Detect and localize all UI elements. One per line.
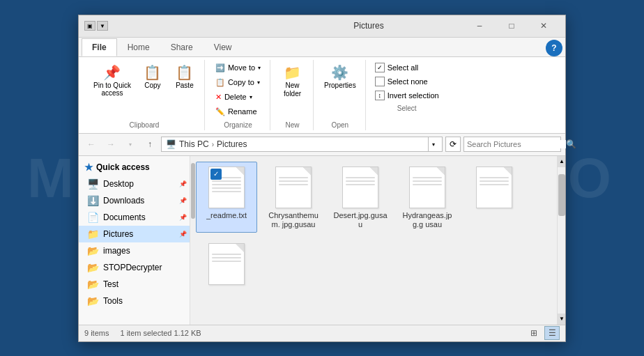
- properties-button[interactable]: ⚙️ Properties: [319, 61, 361, 93]
- file-icon-chrysanthemum: [271, 165, 316, 210]
- refresh-button[interactable]: ⟳: [445, 137, 461, 152]
- tab-share[interactable]: Share: [160, 38, 204, 56]
- tools-icon: 📂: [87, 295, 99, 307]
- delete-button[interactable]: ✕ Delete ▾: [210, 91, 257, 104]
- file-icon-6: [204, 242, 249, 286]
- sidebar-item-tools-label: Tools: [103, 296, 123, 306]
- address-path[interactable]: 🖥️ This PC › Pictures ▾: [161, 137, 443, 152]
- file-item-readme[interactable]: ✓ _readme.txt: [196, 162, 257, 233]
- clipboard-buttons: 📌 Pin to Quickaccess 📋 Copy 📋 Paste: [89, 60, 200, 120]
- path-dropdown-button[interactable]: ▾: [428, 137, 438, 152]
- file-page-hydrangeas: [409, 167, 445, 208]
- downloads-icon: ⬇️: [87, 195, 99, 206]
- delete-label: Delete: [224, 93, 247, 101]
- line: [480, 184, 509, 185]
- back-button[interactable]: ←: [83, 136, 100, 153]
- copy-to-arrow: ▾: [257, 79, 260, 86]
- path-pictures[interactable]: Pictures: [217, 139, 247, 149]
- file-icon-readme: ✓: [204, 165, 249, 210]
- recent-button[interactable]: ▾: [122, 136, 139, 153]
- sidebar-item-stopdecrypter[interactable]: 📂 STOPDecrypter: [79, 259, 190, 276]
- file-item-chrysanthemum[interactable]: Chrysanthemum. jpg.gusau: [263, 162, 324, 233]
- select-none-button[interactable]: Select none: [371, 75, 443, 88]
- line: [413, 180, 442, 182]
- invert-selection-button[interactable]: ↕ Invert selection: [371, 89, 443, 102]
- right-scrollbar[interactable]: ▲ ▼: [557, 156, 565, 325]
- file-page-6: [208, 243, 245, 285]
- documents-icon: 📄: [87, 212, 99, 223]
- sidebar-item-pictures[interactable]: 📁 Pictures 📌: [79, 226, 190, 242]
- select-all-label: Select all: [388, 63, 419, 72]
- search-input[interactable]: [464, 140, 566, 148]
- new-label: New: [286, 120, 300, 130]
- item-count: 9 items: [84, 329, 109, 337]
- properties-label: Properties: [324, 82, 356, 89]
- search-icon[interactable]: 🔍: [566, 137, 576, 152]
- scrollbar-down-button[interactable]: ▼: [558, 314, 565, 325]
- copy-label: Copy: [144, 82, 160, 89]
- breadcrumb-icon: 🖥️: [166, 139, 176, 149]
- pictures-pin-icon: 📌: [179, 231, 187, 238]
- sidebar-item-desktop-label: Desktop: [103, 179, 134, 189]
- select-group: ✓ Select all Select none ↕ Invert select…: [367, 60, 447, 130]
- up-button[interactable]: ↑: [141, 136, 158, 153]
- help-button[interactable]: ?: [546, 40, 562, 56]
- file-scroll-area: ✓ _readme.txt: [190, 156, 557, 325]
- file-item-desert[interactable]: Desert.jpg.gusau: [330, 162, 391, 233]
- file-area: ✓ _readme.txt: [190, 156, 557, 325]
- sidebar-quick-access-header[interactable]: ★ Quick access: [79, 159, 190, 176]
- copy-button[interactable]: 📋 Copy: [137, 61, 168, 93]
- scrollbar-thumb: [558, 174, 565, 216]
- title-expand-btn[interactable]: ▣: [84, 21, 95, 31]
- file-item-5[interactable]: [463, 162, 525, 233]
- new-folder-button[interactable]: 📁 Newfolder: [277, 61, 308, 102]
- rename-button[interactable]: ✏️ Rename: [210, 105, 262, 118]
- copy-to-button[interactable]: 📋 Copy to ▾: [210, 76, 265, 89]
- images-icon: 📂: [87, 245, 99, 256]
- paste-icon: 📋: [176, 65, 193, 80]
- tab-home[interactable]: Home: [117, 38, 160, 56]
- title-quick-buttons: ▣ ▼: [84, 21, 108, 31]
- sidebar-item-test[interactable]: 📂 Test: [79, 276, 190, 293]
- sidebar-item-tools[interactable]: 📂 Tools: [79, 293, 190, 309]
- sidebar-item-images[interactable]: 📂 images: [79, 242, 190, 259]
- documents-pin-icon: 📌: [179, 214, 187, 221]
- copy-to-label: Copy to: [228, 78, 254, 86]
- desktop-icon: 🖥️: [87, 178, 99, 189]
- pin-to-quick-access-button[interactable]: 📌 Pin to Quickaccess: [89, 61, 136, 100]
- sidebar: ★ Quick access 🖥️ Desktop 📌 ⬇️ Downloads…: [79, 156, 190, 325]
- sidebar-item-documents[interactable]: 📄 Documents 📌: [79, 209, 190, 226]
- details-view-button[interactable]: ☰: [544, 326, 560, 340]
- large-icons-view-button[interactable]: ⊞: [526, 326, 542, 340]
- move-to-button[interactable]: ➡️ Move to ▾: [210, 61, 266, 75]
- file-item-hydrangeas[interactable]: Hydrangeas.jpg.g usau: [397, 162, 458, 233]
- status-bar: 9 items 1 item selected 1.12 KB ⊞ ☰: [79, 325, 565, 341]
- test-icon: 📂: [87, 279, 99, 290]
- sidebar-item-downloads[interactable]: ⬇️ Downloads 📌: [79, 192, 190, 209]
- file-page-5: [476, 167, 512, 208]
- close-button[interactable]: ✕: [528, 15, 560, 37]
- tab-file[interactable]: File: [82, 38, 117, 56]
- forward-button[interactable]: →: [102, 136, 119, 153]
- title-menu-btn[interactable]: ▼: [97, 21, 108, 31]
- select-none-checkbox: [375, 77, 385, 86]
- select-all-button[interactable]: ✓ Select all: [371, 61, 443, 74]
- sidebar-item-test-label: Test: [103, 279, 118, 289]
- tab-view[interactable]: View: [204, 38, 243, 56]
- paste-button[interactable]: 📋 Paste: [169, 61, 200, 93]
- line: [480, 180, 509, 182]
- line: [346, 184, 375, 185]
- file-icon-5: [472, 165, 516, 210]
- sidebar-item-downloads-label: Downloads: [103, 196, 144, 206]
- maximize-button[interactable]: □: [496, 15, 528, 37]
- sidebar-item-desktop[interactable]: 🖥️ Desktop 📌: [79, 176, 190, 192]
- scrollbar-up-button[interactable]: ▲: [558, 156, 565, 167]
- minimize-button[interactable]: –: [463, 15, 496, 37]
- select-all-checkbox: ✓: [375, 63, 385, 72]
- file-item-6[interactable]: [196, 238, 257, 291]
- file-name-hydrangeas: Hydrangeas.jpg.g usau: [400, 211, 454, 229]
- path-this-pc[interactable]: This PC: [179, 139, 209, 149]
- line: [212, 257, 241, 258]
- sidebar-item-images-label: images: [103, 246, 130, 256]
- new-group: 📁 Newfolder New: [272, 60, 314, 130]
